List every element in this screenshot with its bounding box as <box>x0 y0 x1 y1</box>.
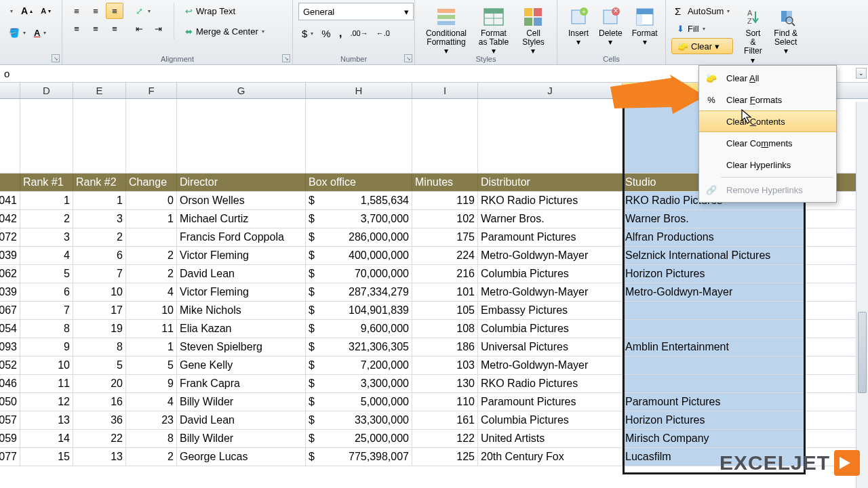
clear-comments-item[interactable]: Clear Comments <box>699 132 836 154</box>
cell[interactable]: $9,600,000 <box>306 320 412 338</box>
conditional-formatting-button[interactable]: Conditional Formatting ▾ <box>420 3 472 60</box>
cell[interactable]: Universal Pictures <box>478 338 623 356</box>
cell[interactable]: 046 <box>0 375 20 392</box>
cell[interactable] <box>623 320 805 338</box>
cell[interactable]: 6 <box>73 247 126 264</box>
decrease-font-button[interactable]: A▾ <box>37 3 54 19</box>
align-top-button[interactable]: ≡ <box>68 3 85 19</box>
cell[interactable]: 14 <box>20 430 73 447</box>
cell[interactable]: 13 <box>20 411 73 429</box>
cell[interactable]: 130 <box>412 375 478 392</box>
align-bottom-button[interactable]: ≡ <box>106 3 123 19</box>
format-button[interactable]: Format▾ <box>627 3 663 50</box>
header-distributor[interactable]: Distributor <box>478 174 623 191</box>
cell[interactable]: $775,398,007 <box>306 448 412 466</box>
cell[interactable]: 3 <box>20 228 73 246</box>
find-select-button[interactable]: Find & Select ▾ <box>768 3 803 68</box>
col-header-c[interactable] <box>0 83 20 98</box>
cell[interactable]: Francis Ford Coppola <box>177 228 306 246</box>
cell[interactable]: $7,200,000 <box>306 357 412 374</box>
cell[interactable]: 110 <box>412 393 478 411</box>
cell[interactable] <box>126 228 177 246</box>
cell[interactable]: 224 <box>412 247 478 264</box>
cell[interactable]: Metro-Goldwyn-Mayer <box>623 283 805 301</box>
orientation-button[interactable]: ⤢▾ <box>130 3 154 19</box>
cell[interactable]: 050 <box>0 393 20 411</box>
cell[interactable]: 052 <box>0 357 20 374</box>
header-rank1[interactable]: Rank #1 <box>20 174 73 191</box>
cell[interactable]: 20th Century Fox <box>478 448 623 466</box>
header-director[interactable]: Director <box>177 174 306 191</box>
cell[interactable]: 17 <box>73 302 126 319</box>
decrease-indent-button[interactable]: ⇤ <box>130 20 148 37</box>
cell[interactable]: 067 <box>0 302 20 319</box>
cell[interactable]: Metro-Goldwyn-Mayer <box>478 357 623 374</box>
font-color-button[interactable]: A▾ <box>31 24 50 41</box>
cell[interactable]: 077 <box>0 448 20 466</box>
cell[interactable]: $33,300,000 <box>306 411 412 429</box>
cell[interactable]: 119 <box>412 192 478 209</box>
fill-color-button[interactable]: 🪣▾ <box>5 24 29 41</box>
cell[interactable]: 072 <box>0 228 20 246</box>
cell[interactable]: 23 <box>126 411 177 429</box>
col-header-j[interactable]: J <box>478 83 623 98</box>
cell[interactable]: 1 <box>73 192 126 209</box>
cell[interactable] <box>623 375 805 392</box>
number-format-dropdown[interactable]: General▾ <box>298 3 414 20</box>
align-center-button[interactable]: ≡ <box>87 20 104 37</box>
decrease-decimal-button[interactable]: ←.0 <box>373 24 393 42</box>
cell[interactable]: 161 <box>412 411 478 429</box>
fill-button[interactable]: ⬇Fill▾ <box>671 20 733 37</box>
cell[interactable]: $70,000,000 <box>306 265 412 283</box>
cell[interactable]: 041 <box>0 192 20 209</box>
font-size-dropdown[interactable]: ▾ <box>5 3 16 19</box>
cell[interactable]: 2 <box>73 228 126 246</box>
cell[interactable]: $1,585,634 <box>306 192 412 209</box>
cell[interactable]: Michael Curtiz <box>177 210 306 228</box>
cell[interactable]: 13 <box>73 448 126 466</box>
cell[interactable]: 8 <box>73 338 126 356</box>
cell[interactable]: 1 <box>126 210 177 228</box>
merge-center-button[interactable]: ⬌Merge & Center▾ <box>180 23 275 39</box>
col-header-f[interactable]: F <box>126 83 177 98</box>
cell[interactable]: 16 <box>73 393 126 411</box>
cell[interactable]: David Lean <box>177 265 306 283</box>
cell[interactable]: 216 <box>412 265 478 283</box>
cell[interactable]: Elia Kazan <box>177 320 306 338</box>
wrap-text-button[interactable]: ↩Wrap Text <box>180 3 261 19</box>
cell[interactable]: United Artists <box>478 430 623 447</box>
cell[interactable]: 0 <box>126 192 177 209</box>
cell[interactable]: 9 <box>20 338 73 356</box>
cell[interactable]: 125 <box>412 448 478 466</box>
align-middle-button[interactable]: ≡ <box>87 3 104 19</box>
cell[interactable]: 15 <box>20 448 73 466</box>
vertical-scrollbar[interactable] <box>856 102 868 488</box>
cell[interactable]: 039 <box>0 247 20 264</box>
autosum-button[interactable]: Σ AutoSum▾ <box>671 3 733 19</box>
cell[interactable]: 2 <box>20 210 73 228</box>
format-as-table-button[interactable]: Format as Table ▾ <box>472 3 515 60</box>
cell[interactable]: Metro-Goldwyn-Mayer <box>478 247 623 264</box>
cell[interactable]: 175 <box>412 228 478 246</box>
align-left-button[interactable]: ≡ <box>68 20 85 37</box>
clear-hyperlinks-item[interactable]: Clear Hyperlinks <box>699 154 836 176</box>
header-minutes[interactable]: Minutes <box>412 174 478 191</box>
comma-format-button[interactable]: , <box>336 24 346 42</box>
cell[interactable]: 7 <box>20 302 73 319</box>
cell[interactable]: Mike Nichols <box>177 302 306 319</box>
cell[interactable]: Paramount Pictures <box>623 393 805 411</box>
col-header-h[interactable]: H <box>306 83 412 98</box>
cell[interactable]: Warner Bros. <box>478 210 623 228</box>
cell[interactable]: 10 <box>20 357 73 374</box>
cell[interactable]: $321,306,305 <box>306 338 412 356</box>
col-header-e[interactable]: E <box>73 83 126 98</box>
cell[interactable]: 10 <box>73 283 126 301</box>
cell[interactable]: 057 <box>0 411 20 429</box>
cell[interactable]: 22 <box>73 430 126 447</box>
cell[interactable]: 103 <box>412 357 478 374</box>
header-rank2[interactable]: Rank #2 <box>73 174 126 191</box>
align-right-button[interactable]: ≡ <box>106 20 123 37</box>
header-change[interactable]: Change <box>126 174 177 191</box>
cell[interactable]: Frank Capra <box>177 375 306 392</box>
number-dialog-launcher[interactable]: ↘ <box>404 54 412 62</box>
